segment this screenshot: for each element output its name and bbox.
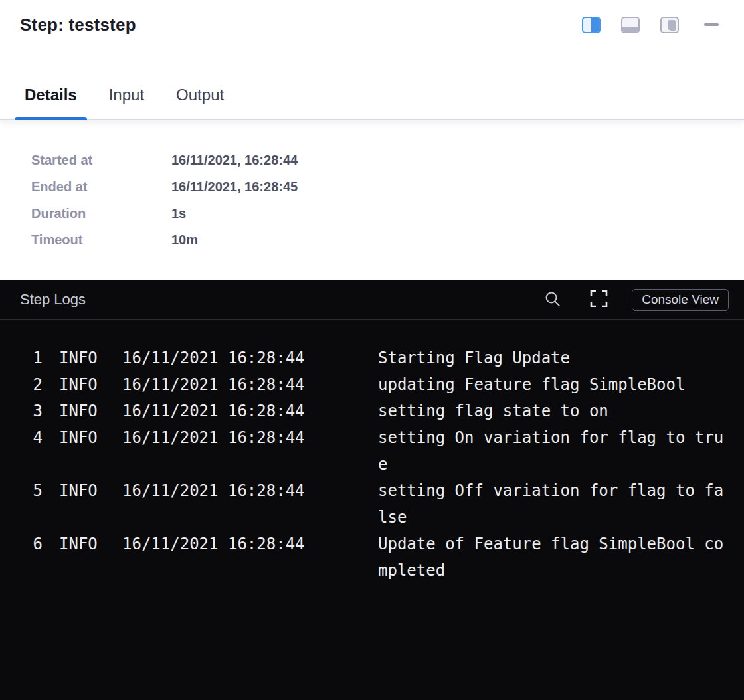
detail-label: Timeout (31, 232, 171, 248)
search-button[interactable] (544, 290, 561, 309)
fullscreen-button[interactable] (588, 288, 610, 311)
log-row: 1 INFO 16/11/2021 16:28:44 Starting Flag… (20, 345, 744, 371)
tab[interactable]: Output (166, 86, 234, 120)
detail-label: Duration (31, 206, 171, 221)
log-level: INFO (59, 424, 98, 451)
log-line-number: 3 (20, 398, 43, 424)
log-message: setting flag state to on (378, 398, 727, 424)
fullscreen-icon (588, 288, 610, 311)
detail-value: 1s (171, 206, 186, 221)
log-timestamp: 16/11/2021 16:28:44 (122, 398, 305, 424)
log-message: Starting Flag Update (378, 345, 727, 371)
minimize-icon[interactable] (704, 23, 719, 26)
console-view-button[interactable]: Console View (632, 289, 729, 311)
floating-view-icon[interactable] (660, 17, 679, 33)
log-row: 5 INFO 16/11/2021 16:28:44 setting Off v… (20, 478, 744, 531)
split-view-icon[interactable] (582, 17, 601, 33)
log-timestamp: 16/11/2021 16:28:44 (122, 478, 305, 504)
log-line-number: 5 (20, 478, 43, 504)
step-logs-header: Step Logs (0, 280, 744, 320)
log-message: setting On variation for flag to true (378, 424, 727, 478)
detail-row: Timeout 10m (31, 226, 744, 253)
log-message: setting Off variation for flag to false (378, 478, 727, 531)
log-level: INFO (59, 531, 98, 557)
log-level: INFO (59, 398, 98, 424)
log-timestamp: 16/11/2021 16:28:44 (122, 531, 305, 557)
log-line-number: 1 (20, 345, 43, 371)
detail-value: 16/11/2021, 16:28:44 (171, 153, 298, 168)
detail-value: 16/11/2021, 16:28:45 (171, 179, 298, 195)
log-row: 2 INFO 16/11/2021 16:28:44 updating Feat… (20, 371, 744, 398)
window-controls (582, 17, 719, 33)
detail-value: 10m (171, 232, 198, 248)
bottom-view-icon[interactable] (621, 17, 640, 33)
detail-label: Ended at (31, 179, 171, 195)
detail-row: Started at 16/11/2021, 16:28:44 (31, 147, 744, 173)
panel-header: Step: teststep DetailsInputOutput (0, 0, 744, 120)
detail-row: Duration 1s (31, 200, 744, 226)
tab-bar: DetailsInputOutput (15, 86, 234, 120)
page-title: Step: teststep (20, 15, 136, 35)
log-row: 3 INFO 16/11/2021 16:28:44 setting flag … (20, 398, 744, 424)
search-icon (544, 290, 561, 309)
step-logs-title: Step Logs (20, 291, 544, 308)
tab[interactable]: Input (99, 86, 154, 120)
log-row: 4 INFO 16/11/2021 16:28:44 setting On va… (20, 424, 744, 478)
step-panel: Step: teststep DetailsInputOutput Starte… (0, 0, 744, 700)
log-level: INFO (59, 345, 98, 371)
log-message: updating Feature flag SimpleBool (378, 371, 727, 398)
tab[interactable]: Details (15, 86, 87, 120)
log-lines: 1 INFO 16/11/2021 16:28:44 Starting Flag… (0, 320, 744, 584)
log-timestamp: 16/11/2021 16:28:44 (122, 371, 305, 398)
step-logs-panel: Step Logs (0, 280, 744, 700)
log-timestamp: 16/11/2021 16:28:44 (122, 424, 305, 451)
detail-label: Started at (31, 153, 171, 168)
log-line-number: 2 (20, 371, 43, 398)
log-message: Update of Feature flag SimpleBool comple… (378, 531, 727, 584)
details-panel: Started at 16/11/2021, 16:28:44 Ended at… (0, 120, 744, 280)
log-row: 6 INFO 16/11/2021 16:28:44 Update of Fea… (20, 531, 744, 584)
log-level: INFO (59, 478, 98, 504)
log-line-number: 4 (20, 424, 43, 451)
log-line-number: 6 (20, 531, 43, 557)
log-timestamp: 16/11/2021 16:28:44 (122, 345, 305, 371)
log-level: INFO (59, 371, 98, 398)
detail-row: Ended at 16/11/2021, 16:28:45 (31, 173, 744, 200)
